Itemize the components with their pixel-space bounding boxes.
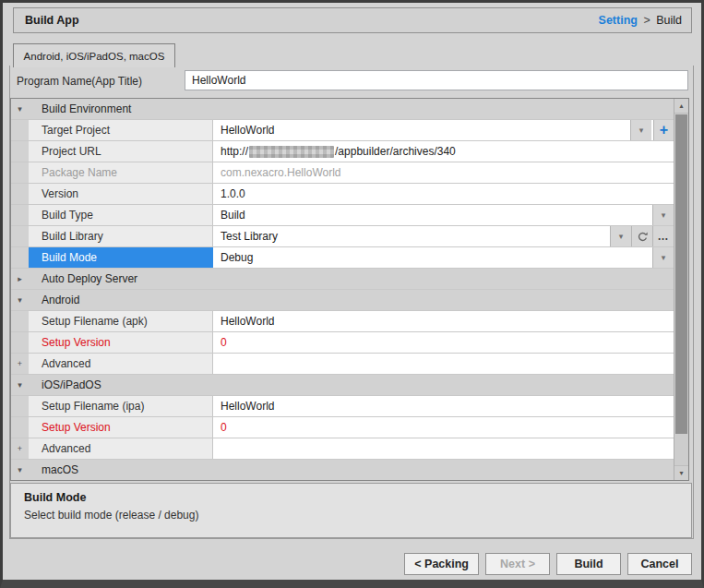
packing-button[interactable]: < Packing	[404, 553, 479, 575]
grid-rows: ▾ Build Environment Target Project Hello…	[11, 99, 674, 480]
setup-filename-apk-value[interactable]: HelloWorld	[213, 311, 674, 331]
chevron-down-icon: ▾	[619, 232, 624, 241]
scroll-up-button[interactable]: ▴	[674, 99, 688, 114]
build-library-dropdown-button[interactable]: ▾	[610, 226, 631, 246]
row-build-type: Build Type Build ▾	[11, 205, 674, 226]
add-project-button[interactable]: +	[653, 120, 674, 140]
gutter: +	[11, 354, 29, 374]
tab-android-ios-macos[interactable]: Android, iOS/iPadOS, macOS	[13, 43, 175, 67]
cancel-button[interactable]: Cancel	[627, 553, 692, 575]
row-target-project: Target Project HelloWorld ▾ +	[11, 120, 674, 141]
gutter	[11, 205, 29, 225]
section-build-environment[interactable]: ▾ Build Environment	[11, 99, 674, 120]
expand-plus-icon[interactable]: +	[18, 444, 22, 453]
section-label: Build Environment	[29, 99, 674, 119]
setup-version-ipa-cell: 0	[213, 417, 674, 438]
advanced-ios-value	[213, 438, 674, 459]
build-type-value[interactable]: Build	[213, 205, 652, 225]
build-type-dropdown-button[interactable]: ▾	[652, 205, 674, 225]
gutter	[11, 141, 29, 162]
vertical-scrollbar[interactable]: ▴ ▾	[674, 99, 688, 480]
build-mode-dropdown-button[interactable]: ▾	[652, 247, 674, 268]
setup-version-ipa-value[interactable]: 0	[213, 417, 674, 438]
row-build-mode: Build Mode Debug ▾	[11, 247, 674, 269]
row-advanced-ios: + Advanced	[11, 438, 674, 460]
build-mode-cell: Debug ▾	[213, 247, 674, 268]
setup-version-apk-value[interactable]: 0	[213, 332, 674, 353]
gutter	[11, 417, 29, 438]
setup-filename-apk-cell: HelloWorld	[213, 311, 674, 331]
redacted-host	[249, 146, 334, 158]
target-project-label[interactable]: Target Project	[29, 120, 213, 140]
build-library-refresh-button[interactable]	[631, 226, 652, 246]
refresh-icon	[637, 231, 649, 243]
collapse-icon[interactable]: ▾	[18, 295, 22, 305]
section-macos[interactable]: ▾ macOS	[11, 460, 674, 480]
build-button[interactable]: Build	[556, 553, 621, 575]
section-android[interactable]: ▾ Android	[11, 290, 674, 311]
build-library-value[interactable]: Test Library	[213, 226, 610, 246]
gutter: ▾	[11, 375, 29, 395]
gutter: ▾	[11, 99, 29, 119]
package-name-label: Package Name	[29, 162, 213, 183]
section-auto-deploy-server[interactable]: ▸ Auto Deploy Server	[11, 269, 674, 290]
package-name-cell: com.nexacro.HelloWorld	[213, 162, 674, 183]
chevron-down-icon: ▾	[662, 253, 666, 262]
row-setup-filename-apk: Setup Filename (apk) HelloWorld	[11, 311, 674, 332]
row-package-name: Package Name com.nexacro.HelloWorld	[11, 162, 674, 184]
target-project-dropdown-button[interactable]: ▾	[630, 120, 651, 140]
version-label[interactable]: Version	[29, 184, 213, 204]
setup-filename-apk-label[interactable]: Setup Filename (apk)	[29, 311, 213, 331]
gutter: ▾	[11, 460, 29, 480]
build-type-label[interactable]: Build Type	[29, 205, 213, 225]
advanced-ios-label[interactable]: Advanced	[29, 438, 213, 459]
advanced-android-value	[213, 354, 674, 374]
section-ios-ipados[interactable]: ▾ iOS/iPadOS	[11, 375, 674, 396]
version-cell: 1.0.0	[213, 184, 674, 204]
scroll-down-button[interactable]: ▾	[674, 465, 688, 480]
description-title: Build Mode	[24, 491, 691, 504]
title-bar: Build App Setting > Build	[13, 7, 692, 33]
plus-icon: +	[660, 122, 668, 138]
setup-filename-ipa-value[interactable]: HelloWorld	[213, 396, 674, 416]
setup-filename-ipa-label[interactable]: Setup Filename (ipa)	[29, 396, 213, 416]
target-project-cell: HelloWorld ▾ +	[213, 120, 674, 140]
program-name-input[interactable]	[185, 70, 688, 90]
gutter	[11, 247, 29, 268]
setup-version-ipa-label[interactable]: Setup Version	[29, 417, 213, 438]
setup-version-apk-label[interactable]: Setup Version	[29, 332, 213, 353]
project-url-cell: http:///appbuilder/archives/340	[213, 141, 674, 162]
chevron-down-icon: ▾	[662, 210, 666, 220]
build-library-browse-button[interactable]: …	[652, 226, 674, 246]
next-button: Next >	[485, 553, 550, 575]
gutter: ▾	[11, 290, 29, 310]
chevron-down-icon: ▾	[639, 126, 644, 135]
build-mode-label[interactable]: Build Mode	[29, 247, 213, 268]
project-url-label[interactable]: Project URL	[29, 141, 213, 162]
project-url-value[interactable]: http:///appbuilder/archives/340	[213, 141, 674, 162]
collapse-icon[interactable]: ▾	[18, 104, 22, 114]
breadcrumb-current: Build	[656, 14, 682, 27]
target-project-value[interactable]: HelloWorld	[213, 120, 630, 140]
collapse-icon[interactable]: ▾	[18, 380, 22, 390]
breadcrumb: Setting > Build	[599, 14, 682, 27]
advanced-android-label[interactable]: Advanced	[29, 354, 213, 374]
scrollbar-thumb[interactable]	[675, 114, 687, 434]
build-library-label[interactable]: Build Library	[29, 226, 213, 246]
breadcrumb-setting-link[interactable]: Setting	[599, 14, 638, 27]
property-description-panel: Build Mode Select build mode (release / …	[10, 483, 692, 538]
dialog-button-bar: < Packing Next > Build Cancel	[404, 553, 692, 575]
gutter	[11, 332, 29, 353]
row-build-library: Build Library Test Library ▾ …	[11, 226, 674, 247]
section-label: Android	[29, 290, 674, 310]
section-label: Auto Deploy Server	[29, 269, 674, 289]
row-setup-filename-ipa: Setup Filename (ipa) HelloWorld	[11, 396, 674, 417]
expand-plus-icon[interactable]: +	[18, 359, 22, 368]
version-value[interactable]: 1.0.0	[213, 184, 674, 204]
section-label: macOS	[29, 460, 674, 480]
build-mode-value[interactable]: Debug	[213, 247, 652, 268]
expand-icon[interactable]: ▸	[18, 274, 22, 283]
row-version: Version 1.0.0	[11, 184, 674, 205]
collapse-icon[interactable]: ▾	[18, 465, 22, 474]
url-suffix: /appbuilder/archives/340	[335, 145, 456, 158]
